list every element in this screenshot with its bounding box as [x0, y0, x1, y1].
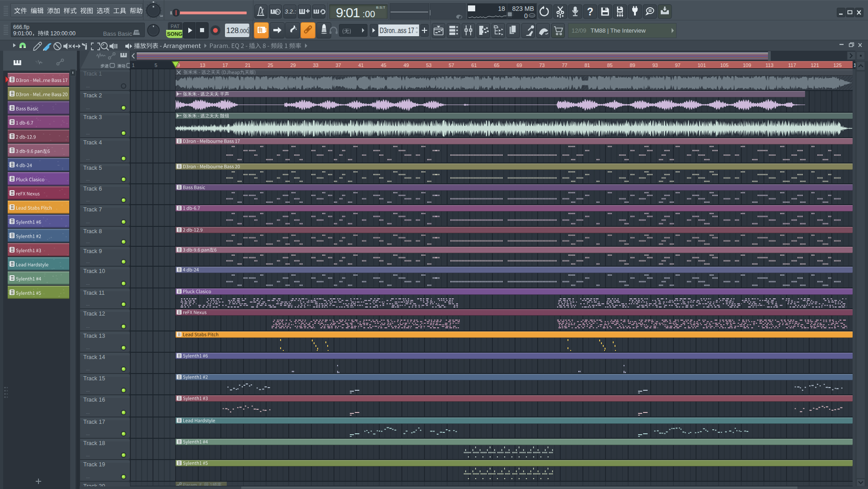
- svg-text:57: 57: [449, 62, 454, 68]
- svg-text:...: ...: [86, 474, 90, 479]
- svg-text:29: 29: [291, 62, 296, 68]
- svg-text:117: 117: [788, 62, 796, 68]
- svg-text:49: 49: [404, 62, 409, 68]
- svg-text:Track 16: Track 16: [83, 397, 105, 403]
- svg-text:...: ...: [86, 345, 90, 350]
- svg-text:85: 85: [607, 62, 613, 68]
- svg-text:...: ...: [86, 366, 90, 371]
- svg-text:Track 1: Track 1: [83, 71, 102, 77]
- svg-text:...: ...: [86, 452, 90, 457]
- svg-text:Track 8: Track 8: [83, 228, 102, 235]
- svg-text:...: ...: [86, 239, 90, 244]
- svg-text:Track 19: Track 19: [83, 461, 105, 468]
- svg-text:...: ...: [86, 177, 90, 182]
- svg-text:Track 14: Track 14: [83, 354, 105, 360]
- svg-text:45: 45: [381, 62, 386, 68]
- svg-text:Track 7: Track 7: [83, 206, 102, 213]
- svg-text:125: 125: [834, 62, 842, 68]
- svg-text:...: ...: [86, 83, 90, 88]
- svg-text:97: 97: [675, 62, 681, 68]
- svg-text:Track 6: Track 6: [83, 186, 102, 192]
- svg-text:Track 17: Track 17: [83, 419, 105, 425]
- svg-text:...: ...: [86, 388, 90, 393]
- svg-text:Track 3: Track 3: [83, 114, 102, 120]
- svg-text:...: ...: [86, 259, 90, 264]
- svg-text:Track 15: Track 15: [83, 375, 105, 382]
- svg-text:...: ...: [86, 156, 90, 161]
- svg-text:93: 93: [653, 62, 658, 68]
- svg-text:13: 13: [200, 62, 205, 68]
- svg-text:...: ...: [86, 431, 90, 436]
- svg-text:17: 17: [223, 62, 228, 68]
- svg-text:121: 121: [811, 62, 819, 68]
- svg-text:109: 109: [743, 62, 751, 68]
- svg-text:69: 69: [517, 62, 522, 68]
- svg-text:105: 105: [720, 62, 729, 68]
- svg-text:21: 21: [245, 62, 251, 68]
- svg-text:81: 81: [585, 62, 590, 68]
- svg-text:89: 89: [630, 62, 635, 68]
- svg-text:41: 41: [358, 62, 364, 68]
- svg-text:...: ...: [86, 281, 90, 286]
- svg-text:Track 11: Track 11: [83, 290, 105, 296]
- svg-text:Track 9: Track 9: [83, 248, 102, 254]
- svg-text:53: 53: [426, 62, 432, 68]
- svg-text:61: 61: [472, 62, 477, 68]
- svg-text:1: 1: [132, 62, 135, 68]
- svg-text:101: 101: [698, 62, 706, 68]
- svg-text:Track 5: Track 5: [83, 165, 102, 171]
- svg-text:...: ...: [86, 324, 90, 329]
- svg-text:...: ...: [86, 105, 90, 110]
- svg-text:Track 4: Track 4: [83, 139, 102, 146]
- svg-text:73: 73: [539, 62, 545, 68]
- svg-text:113: 113: [766, 62, 774, 68]
- svg-text:37: 37: [336, 62, 341, 68]
- svg-text:...: ...: [86, 410, 90, 415]
- svg-text:25: 25: [268, 62, 273, 68]
- svg-text:...: ...: [86, 219, 90, 224]
- svg-text:...: ...: [86, 197, 90, 202]
- svg-text:...: ...: [86, 130, 90, 135]
- svg-text:Track 2: Track 2: [83, 92, 102, 99]
- svg-text:Track 10: Track 10: [83, 268, 105, 274]
- svg-text:33: 33: [313, 62, 319, 68]
- svg-text:Track 18: Track 18: [83, 440, 105, 446]
- svg-text:77: 77: [562, 62, 568, 68]
- svg-text:65: 65: [494, 62, 500, 68]
- svg-text:5: 5: [155, 62, 157, 68]
- svg-text:Track 12: Track 12: [83, 311, 105, 317]
- svg-text:...: ...: [86, 302, 90, 307]
- svg-text:Track 13: Track 13: [83, 333, 105, 339]
